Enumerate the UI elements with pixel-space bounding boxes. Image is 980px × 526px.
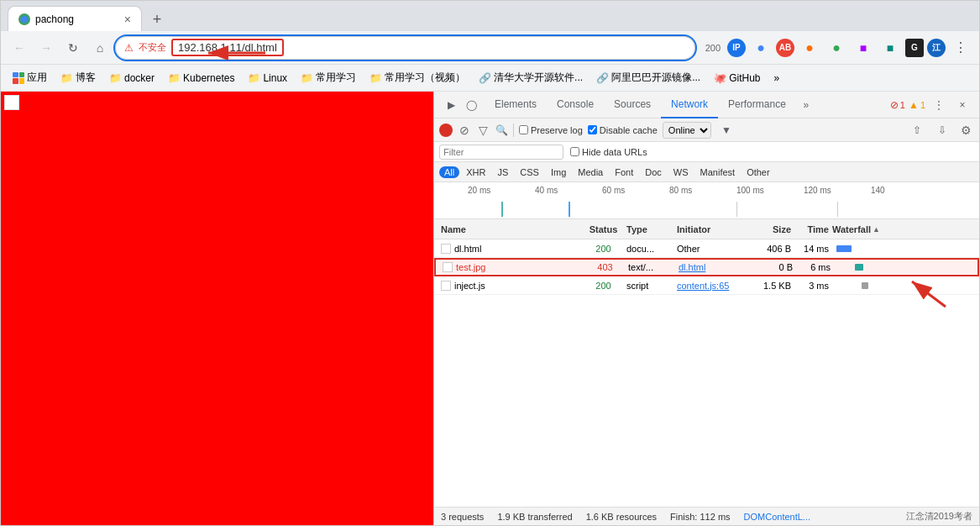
bookmark-tsinghua-label: 清华大学开源软件... [494, 71, 583, 85]
bookmark-alibaba[interactable]: 🔗 阿里巴巴开源镜像... [591, 69, 705, 87]
bookmark-apps[interactable]: 应用 [8, 69, 52, 87]
color-icon-1[interactable]: ● [749, 36, 773, 60]
color-icon-5[interactable]: ■ [878, 36, 902, 60]
col-header-name: Name [438, 224, 580, 234]
url-bar[interactable]: ⚠ 不安全 192.168.1.11/dl.html [115, 36, 695, 60]
back-button[interactable]: ← [8, 36, 31, 60]
device-icon[interactable]: ◯ [461, 95, 481, 115]
disable-cache-checkbox[interactable]: Disable cache [588, 125, 658, 135]
row1-time: 14 ms [794, 244, 832, 254]
type-btn-img[interactable]: Img [546, 166, 571, 178]
url-text[interactable]: 192.168.1.11/dl.html [171, 39, 284, 56]
watermark-label: 江念清2019考者 [906, 510, 972, 523]
new-tab-button[interactable]: + [145, 8, 169, 31]
tab-console[interactable]: Console [547, 92, 604, 118]
col-header-waterfall: Waterfall ▲ [832, 224, 976, 234]
row3-name: inject.js [438, 281, 580, 291]
hide-urls-checkbox[interactable]: Hide data URLs [570, 147, 647, 157]
timeline-140: 140 [871, 186, 885, 195]
network-settings-btn[interactable]: ⚙ [957, 122, 974, 139]
table-header: Name Status Type Initiator Size Time Wat… [434, 219, 979, 239]
devtools-settings-btn[interactable]: ⋮ [929, 95, 949, 115]
tab-sources[interactable]: Sources [604, 92, 661, 118]
type-btn-manifest[interactable]: Manifest [695, 166, 741, 178]
row2-initiator: dl.html [679, 262, 754, 272]
bookmark-blog[interactable]: 📁 博客 [55, 69, 101, 87]
type-btn-font[interactable]: Font [610, 166, 638, 178]
col-header-size: Size [752, 224, 794, 234]
bookmark-github-label: GitHub [729, 72, 760, 84]
home-button[interactable]: ⌂ [88, 36, 112, 60]
bookmark-more[interactable]: » [769, 71, 785, 86]
throttle-dropdown[interactable]: ▼ [716, 120, 736, 140]
filter-button[interactable]: ▽ [476, 124, 490, 137]
warning-badge: ▲ 1 [909, 99, 925, 111]
preserve-log-checkbox[interactable]: Preserve log [519, 125, 583, 135]
row2-wf-bar [855, 264, 863, 271]
color-icon-4[interactable]: ■ [852, 36, 875, 60]
bookmark-study1[interactable]: 📁 常用学习 [296, 69, 361, 87]
type-btn-doc[interactable]: Doc [640, 166, 667, 178]
throttle-select[interactable]: Online [663, 122, 711, 139]
bookmark-github[interactable]: 🐙 GitHub [709, 71, 765, 86]
profile-icon[interactable]: 江 [927, 39, 946, 57]
table-row[interactable]: test.jpg 403 text/... dl.html 0 B 6 ms [434, 258, 979, 276]
type-btn-all[interactable]: All [439, 166, 459, 178]
menu-button[interactable]: ⋮ [949, 36, 972, 60]
type-btn-xhr[interactable]: XHR [461, 166, 490, 178]
timeline-100ms: 100 ms [736, 186, 764, 195]
inspect-icon[interactable]: ▶ [441, 95, 461, 115]
type-btn-media[interactable]: Media [573, 166, 608, 178]
timeline-40ms: 40 ms [535, 186, 558, 195]
filter-input[interactable] [439, 145, 563, 160]
ip-icon[interactable]: IP [727, 39, 746, 57]
security-label: 不安全 [139, 41, 166, 54]
bookmark-tsinghua[interactable]: 🔗 清华大学开源软件... [474, 69, 588, 87]
tab-elements[interactable]: Elements [485, 92, 547, 118]
error-badge: ⊘ 1 [890, 99, 905, 111]
row2-name: test.jpg [439, 262, 582, 272]
tab-performance[interactable]: Performance [718, 92, 796, 118]
upload-icon[interactable]: ⇧ [907, 120, 927, 140]
bookmark-study2[interactable]: 📁 常用学习（视频） [364, 69, 470, 87]
color-icon-3[interactable]: ● [825, 36, 848, 60]
row3-wf-bar [862, 282, 868, 289]
record-button[interactable] [439, 124, 453, 137]
tab-title: pachong [35, 13, 119, 25]
tab-close-btn[interactable]: × [124, 13, 131, 26]
row1-waterfall [832, 242, 976, 255]
row3-icon [441, 281, 451, 291]
row3-time: 3 ms [794, 281, 832, 291]
network-toolbar: ⊘ ▽ 🔍 Preserve log Disable cache Online … [434, 118, 979, 142]
tab-network[interactable]: Network [661, 92, 718, 118]
row3-type: script [626, 281, 677, 291]
more-tabs-btn[interactable]: » [796, 95, 816, 115]
type-btn-css[interactable]: CSS [515, 166, 544, 178]
domcontent-label[interactable]: DOMContentL... [744, 512, 810, 522]
reload-button[interactable]: ↻ [61, 36, 85, 60]
bookmark-kubernetes-label: Kubernetes [183, 72, 234, 84]
devtools-close-btn[interactable]: × [952, 95, 972, 115]
search-button[interactable]: 🔍 [495, 124, 508, 137]
active-tab[interactable]: pachong × [8, 6, 142, 31]
forward-button[interactable]: → [34, 36, 58, 60]
type-btn-ws[interactable]: WS [668, 166, 694, 178]
adblock-icon[interactable]: AB [776, 39, 794, 57]
timeline-bar: 20 ms 40 ms 60 ms 80 ms 100 ms 120 ms 14… [434, 182, 979, 219]
bookmark-kubernetes[interactable]: 📁 Kubernetes [163, 71, 239, 86]
timeline-mark-4 [837, 202, 838, 217]
bookmark-linux[interactable]: 📁 Linux [243, 71, 292, 86]
table-row[interactable]: dl.html 200 docu... Other 406 B 14 ms [434, 239, 979, 258]
color-icon-2[interactable]: ● [798, 36, 821, 60]
row3-status: 200 [580, 281, 626, 291]
table-row[interactable]: inject.js 200 script content.js:65 1.5 K… [434, 276, 979, 295]
bookmark-docker-label: docker [124, 72, 155, 84]
type-btn-js[interactable]: JS [492, 166, 513, 178]
bookmark-docker[interactable]: 📁 docker [104, 71, 160, 86]
row2-icon [443, 262, 453, 272]
color-icon-6[interactable]: G [905, 39, 924, 57]
type-btn-other[interactable]: Other [742, 166, 775, 178]
download-icon[interactable]: ⇩ [932, 120, 952, 140]
timeline-mark-3 [736, 202, 737, 217]
clear-button[interactable]: ⊘ [458, 124, 471, 137]
